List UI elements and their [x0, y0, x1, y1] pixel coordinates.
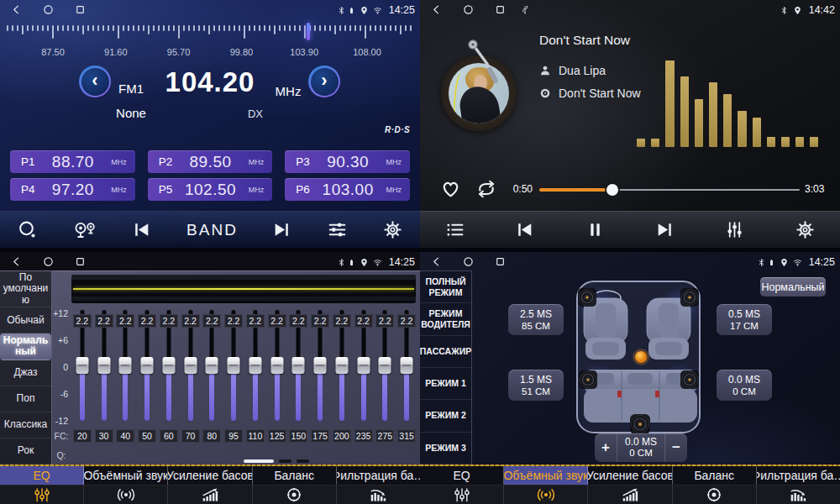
equalizer-icon[interactable] [724, 219, 745, 240]
next-station-icon[interactable] [271, 219, 292, 240]
pause-icon[interactable] [585, 219, 606, 240]
preset-button[interactable]: P1 88.70 MHz [10, 150, 135, 173]
delay-rear-left[interactable]: 1.5 MS 51 CM [508, 370, 564, 401]
eq-preset-item[interactable]: Нормальный [0, 333, 51, 360]
preset-button[interactable]: P6 103.00 MHz [285, 178, 410, 201]
slider-handle[interactable] [292, 357, 305, 374]
eq-preset-item[interactable]: По умолчанию [0, 271, 51, 307]
tab-surround[interactable]: Объёмный звук [84, 466, 168, 485]
tab-balance-icon[interactable] [253, 486, 337, 504]
slider-handle[interactable] [228, 357, 240, 374]
slider-handle[interactable] [119, 357, 132, 374]
tab-balance[interactable]: Баланс [673, 466, 757, 485]
slider-handle[interactable] [249, 357, 261, 374]
listening-mode-item[interactable]: РЕЖИМ 1 [420, 368, 471, 400]
settings-gear-icon[interactable] [382, 219, 403, 240]
nav-recents-icon[interactable] [75, 256, 86, 267]
equalizer-status-bar: 14:25 [0, 252, 420, 272]
slider-handle[interactable] [270, 357, 283, 374]
band-q-value: 2.2 [160, 314, 178, 328]
slider-handle[interactable] [314, 357, 327, 374]
search-icon[interactable] [17, 219, 38, 240]
tab-eq-icon[interactable] [0, 486, 84, 504]
tab-bass-boost[interactable]: Усиление басов [588, 466, 672, 485]
tuner-settings-icon[interactable] [327, 219, 348, 240]
previous-track-icon[interactable] [514, 219, 535, 240]
tab-eq-icon[interactable] [420, 486, 504, 504]
nav-home-icon[interactable] [43, 256, 54, 267]
tab-eq[interactable]: EQ [0, 466, 84, 485]
nav-home-icon[interactable] [43, 4, 54, 15]
slider-handle[interactable] [184, 357, 197, 374]
eq-preset-item[interactable]: Классика [0, 412, 51, 438]
slider-handle[interactable] [401, 357, 413, 374]
eq-band: 30 2.2 [93, 308, 115, 443]
nav-back-icon[interactable] [431, 256, 442, 267]
nav-home-icon[interactable] [463, 4, 474, 15]
nav-recents-icon[interactable] [75, 4, 86, 15]
tab-surround[interactable]: Объёмный звук [504, 466, 588, 485]
visualizer-bar [651, 139, 659, 147]
tab-bass-boost-icon[interactable] [588, 486, 672, 504]
eq-preset-item[interactable]: Рок [0, 438, 51, 465]
preset-button[interactable]: P3 90.30 MHz [285, 150, 410, 173]
sound-profile-button[interactable]: Нормальный [760, 277, 826, 297]
repeat-icon[interactable] [475, 178, 497, 200]
slider-handle[interactable] [141, 357, 154, 374]
tab-eq[interactable]: EQ [420, 466, 504, 485]
eq-preset-item[interactable]: Обычай [0, 307, 51, 333]
listening-mode-item[interactable]: РЕЖИМ 3 [420, 433, 471, 465]
nav-back-icon[interactable] [11, 4, 22, 15]
tab-surround-icon[interactable] [84, 486, 168, 504]
slider-handle[interactable] [76, 357, 88, 374]
nav-back-icon[interactable] [11, 256, 22, 267]
eq-band-pager[interactable] [244, 459, 309, 463]
slider-handle[interactable] [379, 357, 391, 374]
slider-handle[interactable] [97, 357, 110, 374]
nav-recents-icon[interactable] [495, 256, 506, 267]
slider-handle[interactable] [162, 357, 175, 374]
preset-button[interactable]: P2 89.50 MHz [148, 150, 273, 173]
favorite-heart-icon[interactable] [439, 177, 462, 200]
slider-handle[interactable] [335, 357, 348, 374]
tab-bass-filter-icon[interactable] [337, 486, 420, 504]
delay-front-left[interactable]: 2.5 MS 85 CM [508, 304, 564, 335]
previous-station-icon[interactable] [131, 219, 152, 240]
tab-bass-boost-icon[interactable] [168, 486, 252, 504]
listening-mode-item[interactable]: РЕЖИМ ВОДИТЕЛЯ [420, 303, 471, 335]
eq-preset-item[interactable]: Поп [0, 386, 51, 412]
cover-figure-body [458, 84, 502, 123]
listening-mode-item[interactable]: РЕЖИМ 2 [420, 400, 471, 432]
progress-knob[interactable] [606, 184, 618, 196]
settings-gear-icon[interactable] [795, 219, 816, 240]
stations-scan-icon[interactable] [72, 219, 97, 240]
band-button[interactable]: BAND [186, 221, 238, 239]
slider-handle[interactable] [357, 357, 370, 374]
preset-button[interactable]: P4 97.20 MHz [10, 178, 135, 201]
next-track-icon[interactable] [654, 219, 675, 240]
delay-rear-right[interactable]: 0.0 MS 0 CM [717, 370, 772, 401]
nav-recents-icon[interactable] [495, 4, 506, 15]
listening-mode-item[interactable]: ПОЛНЫЙ РЕЖИМ [420, 271, 471, 303]
tab-balance[interactable]: Баланс [253, 466, 337, 485]
nav-home-icon[interactable] [463, 256, 474, 267]
listening-position-dot [635, 351, 647, 363]
tab-bass-filter-icon[interactable] [757, 486, 840, 504]
increase-delay-button[interactable]: + [595, 433, 617, 462]
nav-back-icon[interactable] [431, 4, 442, 15]
tab-surround-icon[interactable] [504, 486, 588, 504]
band-q-value: 2.2 [224, 314, 243, 328]
preset-button[interactable]: P5 102.50 MHz [148, 178, 273, 201]
playlist-icon[interactable] [444, 219, 465, 240]
eq-preset-item[interactable]: Джаз [0, 360, 51, 386]
frequency-dial[interactable]: 87.5091.6095.7099.80103.90108.00 [0, 22, 420, 59]
listening-mode-item[interactable]: ПАССАЖИР [420, 336, 471, 368]
slider-handle[interactable] [206, 357, 218, 374]
tab-bass-filter[interactable]: Фильтрация ба… [337, 466, 420, 485]
tab-bass-boost[interactable]: Усиление басов [168, 466, 252, 485]
delay-front-right[interactable]: 0.5 MS 17 CM [717, 304, 772, 335]
tab-bass-filter[interactable]: Фильтрация ба… [757, 466, 840, 485]
tab-balance-icon[interactable] [673, 486, 757, 504]
decrease-delay-button[interactable]: − [664, 433, 687, 462]
progress-bar[interactable] [539, 188, 800, 192]
